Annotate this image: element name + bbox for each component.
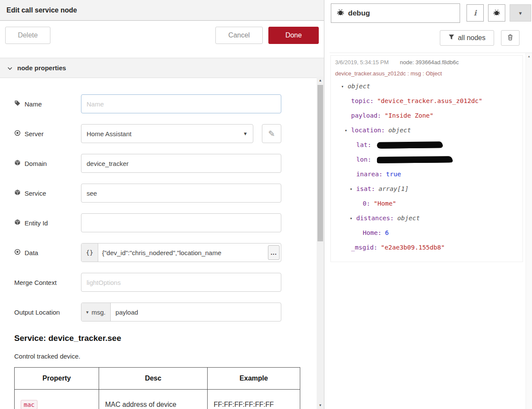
dot-circle-icon: [14, 249, 21, 256]
tray-toolbar: Delete Cancel Done: [0, 21, 324, 50]
json-key: location:: [351, 127, 385, 134]
property-type-dropdown[interactable]: ▾ msg.: [81, 303, 111, 321]
cube-icon: [14, 219, 21, 227]
cell-property: mac: [15, 390, 99, 409]
cell-example: FF:FF:FF:FF:FF:FF: [208, 390, 300, 409]
merge-context-input[interactable]: [81, 273, 281, 292]
clear-messages-button[interactable]: [501, 30, 520, 46]
filter-label: all nodes: [458, 34, 485, 42]
entity-id-input[interactable]: [81, 213, 281, 232]
json-key: _msgid:: [351, 244, 377, 251]
tree-line: Home: 6: [335, 225, 518, 240]
scroll-down-icon[interactable]: ▼: [317, 402, 324, 409]
debug-message: 3/6/2019, 5:34:15 PM node: 393664ad.f8db…: [330, 55, 523, 262]
json-key: Home:: [363, 229, 382, 236]
json-value: "Home": [373, 200, 396, 207]
node-properties-section-header[interactable]: node properties: [0, 58, 324, 78]
message-meta: 3/6/2019, 5:34:15 PM node: 393664ad.f8db…: [335, 59, 518, 66]
tree-line: ▾ isat: array[1]: [335, 181, 518, 196]
bug-icon: [493, 9, 500, 17]
json-type: array[1]: [379, 185, 409, 192]
json-tree: ▾ object topic: "device_tracker.asus_z01…: [335, 79, 518, 255]
collapse-caret-icon[interactable]: ▾: [345, 128, 351, 133]
collapse-caret-icon[interactable]: ▾: [350, 216, 356, 221]
form-row-name: Name: [14, 94, 324, 113]
tray-scrollbar[interactable]: ▲ ▼: [317, 77, 324, 409]
tree-line: ▾ object: [335, 79, 518, 94]
scroll-up-icon[interactable]: ▲: [526, 53, 532, 59]
message-source-path: device_tracker.asus_z012dc : msg : Objec…: [335, 70, 518, 77]
json-key: topic:: [351, 97, 373, 104]
form-row-server: Server Home Assistant ▼ ✎: [14, 124, 324, 143]
table-header-row: Property Desc Example: [15, 368, 300, 390]
debug-filter-bug-button[interactable]: [488, 4, 505, 22]
json-type: object: [348, 83, 370, 90]
domain-label: Domain: [14, 159, 81, 167]
server-select[interactable]: Home Assistant ▼: [81, 124, 253, 143]
json-type-prefix[interactable]: {}: [81, 244, 98, 262]
tree-line: ▾ distances: object: [335, 211, 518, 225]
form-row-merge-context: Merge Context: [14, 273, 324, 292]
tab-debug[interactable]: debug: [331, 3, 460, 23]
cube-icon: [14, 189, 21, 197]
tab-label: debug: [348, 9, 370, 18]
collapse-caret-icon[interactable]: ▾: [350, 187, 356, 191]
domain-input[interactable]: [81, 154, 281, 173]
edit-server-button[interactable]: ✎: [262, 124, 281, 143]
done-button[interactable]: Done: [268, 27, 319, 44]
sidebar-menu-button[interactable]: ▾: [510, 4, 531, 22]
trash-icon: [507, 34, 513, 42]
column-header-property: Property: [15, 368, 99, 390]
tree-line: 0: "Home": [335, 196, 518, 211]
json-value: 6: [385, 229, 389, 236]
data-input[interactable]: {"dev_id":"chris_nodered","location_name: [98, 249, 281, 256]
json-key: payload:: [351, 112, 381, 119]
service-input[interactable]: [81, 184, 281, 203]
filter-all-nodes-button[interactable]: all nodes: [440, 30, 494, 46]
table-row: mac MAC address of device FF:FF:FF:FF:FF…: [15, 390, 300, 409]
form-row-domain: Domain: [14, 154, 324, 173]
tree-line: payload: "Inside Zone": [335, 108, 518, 123]
message-node-id: node: 393664ad.f8db6c: [400, 59, 459, 66]
select-caret-icon: ▼: [243, 131, 248, 136]
json-key: lon:: [356, 156, 371, 163]
service-label: Service: [14, 189, 81, 197]
delete-button[interactable]: Delete: [5, 27, 50, 44]
service-properties-table: Property Desc Example mac MAC address of…: [14, 367, 300, 409]
name-input[interactable]: [81, 94, 281, 113]
output-location-value[interactable]: payload: [111, 309, 143, 316]
cancel-button[interactable]: Cancel: [215, 27, 263, 44]
service-doc-description: Control tracked device.: [14, 353, 324, 360]
server-select-value: Home Assistant: [87, 130, 131, 137]
tree-line: inarea: true: [335, 167, 518, 181]
name-label: Name: [14, 100, 81, 108]
edit-tray: Edit call service node Delete Cancel Don…: [0, 0, 324, 409]
node-properties-form: Name Server Home Assistant ▼ ✎: [0, 78, 324, 409]
json-value: "device_tracker.asus_z012dc": [377, 97, 482, 104]
json-key: inarea:: [356, 171, 383, 178]
message-timestamp: 3/6/2019, 5:34:15 PM: [335, 59, 389, 66]
json-key: isat:: [356, 185, 375, 192]
filter-funnel-icon: [448, 34, 454, 42]
json-value: true: [386, 171, 401, 178]
tree-line: lon:: [335, 152, 518, 167]
collapse-caret-icon[interactable]: ▾: [341, 84, 348, 89]
expand-editor-button[interactable]: ...: [268, 245, 280, 260]
debug-scrollbar[interactable]: ▲: [526, 53, 532, 409]
output-location-input-group: ▾ msg. payload: [81, 303, 281, 322]
json-type: object: [397, 215, 420, 222]
dot-circle-icon: [14, 130, 21, 137]
form-row-service: Service: [14, 184, 324, 203]
merge-context-label: Merge Context: [14, 279, 81, 286]
info-button[interactable]: i: [467, 4, 484, 22]
chevron-down-icon: [7, 64, 12, 72]
property-code: mac: [21, 400, 37, 409]
debug-sidebar: debug i ▾ all nodes 3/6/2019, 5:34:15 PM…: [330, 0, 532, 409]
output-location-label: Output Location: [14, 309, 81, 316]
scrollbar-thumb[interactable]: [317, 85, 323, 241]
debug-messages-panel: 3/6/2019, 5:34:15 PM node: 393664ad.f8db…: [330, 53, 532, 409]
json-value: "Inside Zone": [385, 112, 434, 119]
property-type-label: msg.: [92, 309, 106, 316]
scroll-up-icon[interactable]: ▲: [317, 77, 324, 84]
redaction-blob: [377, 156, 452, 163]
